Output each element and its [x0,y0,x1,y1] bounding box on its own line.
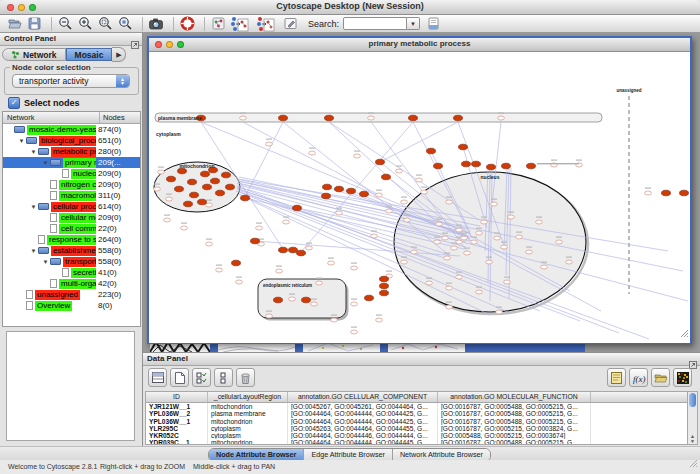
tree-expander-icon[interactable]: ▼ [41,259,50,265]
network-node-colored[interactable] [409,115,418,121]
network-node-colored[interactable] [427,148,436,154]
network-node-colored[interactable] [380,283,389,289]
network-node[interactable] [494,236,501,240]
network-node[interactable] [541,265,548,269]
table-row[interactable]: YDR039C__1mitochondrion[GO:0044464, GO:0… [146,439,687,445]
network-node[interactable] [442,236,449,240]
network-node-colored[interactable] [376,159,385,165]
table-cell[interactable]: [GO:0044464, GO:0044444, GO:0044425, G..… [288,410,438,417]
tree-row-macromolecule[interactable]: macromolecule311(0) [3,190,140,201]
zoom-selected-icon[interactable] [97,16,113,32]
network-node-colored[interactable] [198,199,207,205]
tree-row-metabolic-process[interactable]: ▼metabolic process280(0) [3,146,140,157]
network-node[interactable] [461,236,468,240]
network-node[interactable] [331,318,338,322]
import-attributes-icon[interactable] [651,368,670,387]
network-node[interactable] [240,116,247,120]
network-node[interactable] [566,260,573,264]
node-color-combo[interactable]: transporter activity ▲▼ [12,74,130,88]
network-node[interactable] [471,240,478,244]
network-node-colored[interactable] [175,186,184,192]
tree-expander-icon[interactable]: ▼ [29,248,38,254]
network-node[interactable] [181,226,188,230]
network-node[interactable] [516,235,523,239]
network-node[interactable] [536,220,543,224]
network-node[interactable] [266,142,273,146]
network-node[interactable] [354,154,361,158]
network-node[interactable] [526,250,533,254]
function-builder-icon[interactable]: f(x) [629,368,648,387]
table-cell[interactable]: mitochondrion [208,439,288,445]
tree-expander-icon[interactable]: ▼ [17,138,26,144]
network-node-colored[interactable] [527,163,536,169]
network-node[interactable] [206,242,213,246]
network-node[interactable] [158,170,165,174]
network-node[interactable] [498,116,505,120]
network-node-colored[interactable] [203,184,212,190]
table-cell[interactable]: mitochondrion [208,403,288,410]
network-node-colored[interactable] [241,195,250,201]
network-node-colored[interactable] [680,190,689,196]
network-node[interactable] [508,215,515,219]
network-node[interactable] [501,245,508,249]
tab-network[interactable]: Network [2,48,66,61]
network-node-colored[interactable] [434,163,443,169]
network-node[interactable] [456,275,463,279]
tree-row-cell-communicat[interactable]: cell communicat22(0) [3,223,140,234]
network-node-colored[interactable] [184,201,193,207]
tree-row-primary-metabo[interactable]: ▼primary metabo209(... [3,157,140,168]
select-attributes-icon[interactable] [192,368,211,387]
network-node-colored[interactable] [380,276,389,282]
table-column-header[interactable]: _cellularLayoutRegion [208,392,288,402]
network-node[interactable] [351,302,358,306]
unselect-attributes-icon[interactable] [214,368,233,387]
network-node[interactable] [491,202,498,206]
search-dropdown-icon[interactable]: ▼ [407,17,420,30]
network-node[interactable] [216,268,223,272]
network-node[interactable] [236,280,243,284]
zoom-out-icon[interactable] [57,16,73,32]
tab-mosaic[interactable]: Mosaic [66,48,113,61]
network-node[interactable] [166,197,173,201]
network-node-colored[interactable] [325,115,334,121]
network-node[interactable] [446,286,453,290]
network-node[interactable] [154,187,161,191]
network-node[interactable] [481,220,488,224]
network-node-colored[interactable] [365,295,374,301]
table-column-header[interactable]: annotation.GO MOLECULAR_FUNCTION [438,392,591,402]
network-node[interactable] [401,260,408,264]
zoom-fit-icon[interactable] [117,16,133,32]
network-node[interactable] [376,318,383,322]
window-resize-grip[interactable] [680,324,689,342]
table-cell[interactable]: [GO:0044464, GO:0044444, GO:0044445, G..… [288,439,438,445]
app-resize-grip[interactable] [689,454,698,472]
search-input[interactable] [343,17,407,30]
network-node-colored[interactable] [211,178,220,184]
network-canvas[interactable]: plasma membrane cytoplasm mitochondrion … [149,52,690,343]
network-node[interactable] [316,281,323,285]
tree-row-transport[interactable]: ▼transport558(0) [3,256,140,267]
network-node[interactable] [426,281,433,285]
network-node-colored[interactable] [297,250,306,256]
network-node-colored[interactable] [459,144,468,150]
network-node[interactable] [645,191,652,195]
table-cell[interactable]: [GO:0016787, GO:0005488, GO:0005215, G..… [438,439,591,445]
network-node[interactable] [556,240,563,244]
network-node[interactable] [464,251,471,255]
network-node-colored[interactable] [279,247,288,253]
table-cell[interactable]: plasma membrane [208,410,288,417]
network-node[interactable] [436,222,443,226]
table-row[interactable]: YPL036W__1mitochondrion[GO:0044464, GO:0… [146,418,687,425]
table-cell[interactable]: cytoplasm [208,432,288,439]
network-node[interactable] [421,190,428,194]
tree-row-secretion[interactable]: secretion41(0) [3,267,140,278]
search-index-icon[interactable] [425,16,441,32]
network-node[interactable] [376,193,383,197]
network-node-colored[interactable] [322,193,331,199]
tree-expander-icon[interactable]: ▼ [29,149,38,155]
float-panel-icon[interactable] [131,35,139,53]
table-scrollbar[interactable]: ▲▼ [687,391,698,445]
network-node-colored[interactable] [382,174,391,180]
network-node-colored[interactable] [302,297,311,303]
table-cell[interactable]: YDR039C__1 [146,439,208,445]
